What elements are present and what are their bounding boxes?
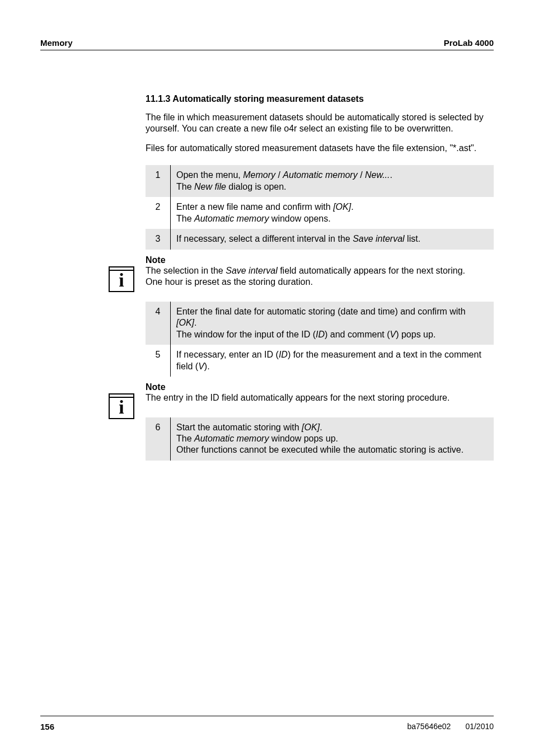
intro-paragraph-1: The file in which measurement datasets s… — [146, 112, 494, 135]
steps-table-1: 1Open the menu, Memory / Automatic memor… — [146, 165, 494, 249]
step-number: 1 — [146, 165, 171, 197]
step-text-em: New... — [365, 170, 390, 180]
step-text-part: ) and comment ( — [325, 330, 390, 339]
footer-right: ba75646e02 01/2010 — [407, 722, 494, 731]
step-text-em: ID — [316, 330, 325, 339]
step-text-em: Automatic memory — [194, 434, 269, 443]
step-text-em: V — [390, 330, 396, 339]
step-row: 6Start the automatic storing with [OK].T… — [146, 417, 494, 461]
step-description: Enter a new file name and confirm with [… — [171, 197, 494, 229]
step-text-part: window pops up. — [269, 434, 338, 443]
step-row: 3If necessary, select a different interv… — [146, 229, 494, 249]
step-number: 2 — [146, 197, 171, 229]
step-text-part: . — [390, 170, 392, 180]
step-text-part: ). — [204, 361, 210, 371]
note-text: The selection in the Save interval field… — [146, 265, 494, 276]
step-text-part: If necessary, select a different interva… — [176, 234, 353, 243]
steps-table-2: 4Enter the final date for automatic stor… — [146, 302, 494, 377]
note-block-2: i Note The entry in the ID field automat… — [146, 382, 494, 403]
step-number: 3 — [146, 229, 171, 249]
step-number: 4 — [146, 302, 171, 345]
step-text-em: Memory — [243, 170, 275, 180]
step-text-part: Enter a new file name and confirm with — [176, 202, 333, 212]
info-icon: i — [109, 393, 134, 419]
step-text-part: Start the automatic storing with — [176, 422, 302, 432]
note-heading: Note — [146, 382, 494, 392]
step-row: 5If necessary, enter an ID (ID) for the … — [146, 345, 494, 377]
step-description: Enter the final date for automatic stori… — [171, 302, 494, 345]
note-text-line2: One hour is preset as the storing durati… — [146, 276, 494, 288]
note-block-1: i Note The selection in the Save interva… — [146, 255, 494, 288]
page-footer: 156 ba75646e02 01/2010 — [40, 716, 494, 731]
step-text-part: . — [320, 422, 322, 432]
step-text-part: The — [176, 214, 194, 223]
section-number: 11.1.3 — [146, 94, 172, 104]
intro-paragraph-2: Files for automatically stored measureme… — [146, 143, 494, 154]
steps-table-3: 6Start the automatic storing with [OK].T… — [146, 417, 494, 461]
step-text-part: window opens. — [269, 214, 330, 223]
info-icon-glyph: i — [110, 398, 133, 417]
step-row: 1Open the menu, Memory / Automatic memor… — [146, 165, 494, 197]
footer-date: 01/2010 — [465, 722, 494, 731]
header-section-title: Memory — [40, 38, 73, 48]
header-product-name: ProLab 4000 — [444, 38, 494, 48]
step-text-part: If necessary, enter an ID ( — [176, 350, 279, 359]
info-icon: i — [109, 266, 134, 292]
page: Memory ProLab 4000 11.1.3 Automatically … — [0, 0, 534, 756]
content-column: 11.1.3 Automatically storing measurement… — [146, 94, 494, 461]
step-text-em: [OK] — [302, 422, 320, 432]
step-text-em: [OK] — [333, 202, 351, 212]
step-text-part: . — [351, 202, 353, 212]
page-header: Memory ProLab 4000 — [40, 38, 494, 50]
note-text-pre: The selection in the — [146, 266, 226, 275]
step-text-em: Automatic memory — [194, 214, 269, 223]
step-number: 5 — [146, 345, 171, 377]
note-text-em: Save interval — [226, 266, 278, 275]
section-heading: 11.1.3 Automatically storing measurement… — [146, 94, 494, 104]
step-text-part: The — [176, 182, 194, 191]
step-text-em: New file — [194, 182, 226, 191]
step-text-em: Automatic memory — [283, 170, 357, 180]
step-text-part: ) pops up. — [396, 330, 435, 339]
step-description: If necessary, select a different interva… — [171, 229, 494, 249]
step-row: 2Enter a new file name and confirm with … — [146, 197, 494, 229]
step-text-part: list. — [405, 234, 420, 243]
note-heading: Note — [146, 255, 494, 265]
step-description: Open the menu, Memory / Automatic memory… — [171, 165, 494, 197]
step-text-part: Other functions cannot be executed while… — [176, 445, 463, 454]
step-text-em: V — [198, 361, 204, 371]
note-text-post: field automatically appears for the next… — [278, 266, 465, 275]
step-text-part: Enter the final date for automatic stori… — [176, 307, 466, 316]
step-text-part: / — [358, 170, 365, 180]
step-text-part: The window for the input of the ID ( — [176, 330, 316, 339]
footer-doc-id: ba75646e02 — [407, 722, 451, 731]
step-text-part: The — [176, 434, 194, 443]
step-description: If necessary, enter an ID (ID) for the m… — [171, 345, 494, 377]
step-text-part: . — [194, 318, 196, 327]
step-text-em: Save interval — [353, 234, 405, 243]
step-text-part: dialog is open. — [226, 182, 287, 191]
step-text-em: [OK] — [176, 318, 194, 327]
page-number: 156 — [40, 722, 54, 731]
info-icon-glyph: i — [110, 271, 133, 290]
step-text-em: ID — [279, 350, 288, 359]
step-row: 4Enter the final date for automatic stor… — [146, 302, 494, 345]
section-title: Automatically storing measurement datase… — [172, 94, 363, 104]
step-number: 6 — [146, 417, 171, 461]
note-text: The entry in the ID field automatically … — [146, 392, 494, 403]
step-text-part: / — [275, 170, 283, 180]
step-text-part: Open the menu, — [176, 170, 243, 180]
step-description: Start the automatic storing with [OK].Th… — [171, 417, 494, 461]
